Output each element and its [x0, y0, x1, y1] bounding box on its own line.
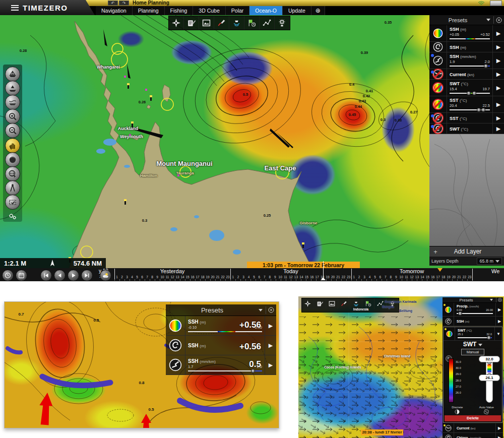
- tool-boat-sonar[interactable]: [229, 16, 244, 30]
- clock-button[interactable]: [2, 270, 14, 281]
- tool-zoom-out[interactable]: [5, 123, 20, 138]
- layer-label: Chloro. (mg/m3): [457, 436, 493, 438]
- tab-update[interactable]: Update: [283, 6, 311, 15]
- calendar-icon: [18, 272, 25, 279]
- add-workspace-button[interactable]: ⊕: [311, 6, 325, 15]
- apply-layer-button[interactable]: ▶: [495, 433, 503, 438]
- play-button[interactable]: [68, 270, 79, 281]
- tool-dividers[interactable]: [5, 180, 20, 196]
- layer-range-slider[interactable]: [450, 38, 490, 39]
- tool-route-pen[interactable]: [338, 298, 350, 309]
- presets-close-button[interactable]: [493, 16, 504, 24]
- tool-route-pen[interactable]: [214, 16, 229, 30]
- hamburger-menu-icon[interactable]: [11, 5, 19, 11]
- tool-settings-gear[interactable]: [275, 16, 290, 30]
- tool-notes[interactable]: [314, 298, 326, 309]
- tab-3d-cube[interactable]: 3D Cube: [193, 6, 225, 15]
- apply-layer-button[interactable]: ▶: [265, 336, 276, 355]
- tool-sphere[interactable]: [5, 152, 20, 167]
- presets-close-button[interactable]: [496, 297, 503, 302]
- tool-notes[interactable]: [184, 16, 199, 30]
- color-scale-bar[interactable]: [449, 358, 454, 403]
- slider-handle[interactable]: [472, 91, 476, 95]
- apply-layer-button[interactable]: ▶: [495, 317, 503, 326]
- apply-layer-button[interactable]: ▶: [495, 303, 503, 316]
- apply-layer-button[interactable]: ▶: [492, 52, 504, 69]
- timeline-section-yesterday[interactable]: Yesterday1234567891011121314151617181920…: [114, 268, 230, 281]
- timeline-section-tomorrow[interactable]: Tomorrow12345678910111213141516171819202…: [351, 268, 472, 281]
- layer-range-slider[interactable]: [457, 313, 493, 314]
- tool-waypoint-flag[interactable]: [244, 16, 260, 30]
- tab-ocean-o[interactable]: Ocean-O: [249, 6, 283, 15]
- layer-range-slider[interactable]: [450, 93, 490, 94]
- collapse-layer-button[interactable]: ▼: [494, 327, 502, 340]
- tool-screenshot[interactable]: [326, 298, 338, 309]
- eddy-icon: [429, 113, 447, 123]
- chart-map[interactable]: WhangareiAucklandWeymouthHamiltonMount M…: [0, 15, 504, 281]
- slider-handle[interactable]: [481, 108, 485, 112]
- window-minimize-button[interactable]: [490, 1, 502, 6]
- tool-area-select[interactable]: [5, 195, 20, 210]
- delete-layer-button[interactable]: Delete: [445, 415, 501, 421]
- presets-dropdown-icon[interactable]: [259, 309, 263, 311]
- tool-screenshot[interactable]: [199, 16, 214, 30]
- tool-boat-3d[interactable]: [5, 67, 20, 82]
- apply-layer-button[interactable]: ▶: [265, 355, 276, 374]
- layer-range-slider[interactable]: [188, 370, 262, 371]
- tool-boat-track[interactable]: [5, 95, 20, 110]
- calendar-button[interactable]: [16, 270, 27, 281]
- apply-layer-button[interactable]: ▶: [492, 42, 504, 52]
- apply-layer-button[interactable]: ▶: [492, 123, 504, 134]
- tab-navigation[interactable]: Navigation: [96, 6, 133, 15]
- add-layer-button[interactable]: + Add Layer: [429, 246, 504, 257]
- layer-label: SSH (m): [450, 27, 490, 32]
- scale-tick-label: 31.0: [456, 360, 461, 363]
- apply-layer-button[interactable]: ▶: [495, 423, 503, 432]
- layer-range-slider[interactable]: [458, 337, 492, 338]
- presets-close-button[interactable]: [266, 306, 276, 314]
- tab-fishing[interactable]: Fishing: [165, 6, 194, 15]
- step-back-button[interactable]: [54, 270, 66, 281]
- layers-depth-select[interactable]: 65.8 m: [477, 258, 502, 265]
- layer-range-slider[interactable]: [450, 109, 490, 110]
- tool-compass-rose[interactable]: [169, 16, 184, 30]
- tab-planning[interactable]: Planning: [133, 6, 165, 15]
- slider-handle[interactable]: [484, 64, 488, 68]
- swt-title[interactable]: SWT: [444, 341, 502, 348]
- apply-layer-button[interactable]: ▶: [492, 69, 504, 79]
- map-label-hamilton: Hamilton: [140, 173, 157, 178]
- apply-layer-button[interactable]: ▶: [265, 316, 276, 335]
- tool-boat-chart[interactable]: [5, 81, 20, 96]
- apply-layer-button[interactable]: ▶: [492, 80, 504, 96]
- apply-layer-button[interactable]: ▶: [492, 25, 504, 41]
- weather-button[interactable]: [100, 270, 111, 281]
- layer-range-slider[interactable]: [450, 66, 490, 67]
- swt-manual-button[interactable]: Manual: [461, 349, 485, 355]
- tool-globe-pointer[interactable]: [5, 166, 20, 181]
- skip-last-button[interactable]: [81, 270, 93, 281]
- map-label-weymouth: Weymouth: [120, 134, 143, 139]
- slider-handle[interactable]: [467, 91, 471, 95]
- slider-handle[interactable]: [458, 311, 462, 316]
- tab-polar[interactable]: Polar: [226, 6, 250, 15]
- scale-tick-label: 30.0: [456, 366, 461, 369]
- redo-icon[interactable]: ↷: [119, 1, 129, 6]
- discrete-toggle[interactable]: Discrete: [452, 406, 463, 414]
- tool-pan-hand[interactable]: [5, 138, 20, 153]
- apply-layer-button[interactable]: ▶: [492, 113, 504, 123]
- tool-compass-rose[interactable]: [302, 298, 314, 309]
- undo-icon[interactable]: ↶: [108, 1, 118, 6]
- layer-range-slider[interactable]: [188, 331, 262, 332]
- skip-first-button[interactable]: [40, 270, 52, 281]
- apply-layer-button[interactable]: ▶: [492, 96, 504, 112]
- slider-handle[interactable]: [487, 336, 491, 340]
- tool-gears[interactable]: [5, 209, 20, 224]
- tool-zoom-in[interactable]: [5, 109, 20, 124]
- timeline-section-today[interactable]: Today12345678910111213141516171819202122…: [230, 268, 351, 281]
- slider-handle[interactable]: [477, 108, 481, 112]
- tool-route-network[interactable]: [260, 16, 275, 30]
- presets-dropdown-icon[interactable]: [486, 19, 490, 21]
- slider-minmax: 1.92.0: [450, 59, 490, 64]
- presets-dropdown-icon[interactable]: [490, 299, 493, 301]
- auto-value-toggle[interactable]: Auto Value: [479, 406, 494, 414]
